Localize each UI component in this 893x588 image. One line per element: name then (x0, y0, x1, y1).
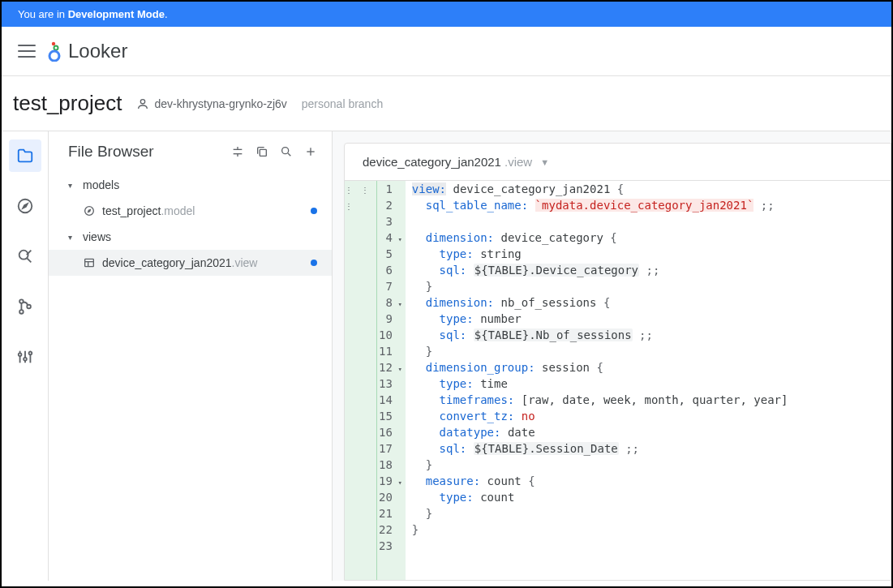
banner-suffix: . (165, 8, 168, 20)
editor-tab[interactable]: device_category_jan2021.view ▼ (345, 144, 891, 181)
editor: device_category_jan2021.view ▼ ⋮ ⋮ ⋮ 123… (344, 143, 891, 581)
chevron-down-icon: ▾ (68, 181, 76, 190)
svg-marker-28 (88, 210, 91, 212)
svg-line-24 (288, 153, 290, 156)
brand-logo[interactable]: Looker (47, 40, 127, 62)
tree-file-model[interactable]: test_project.model (49, 198, 332, 224)
code-area[interactable]: ⋮ ⋮ ⋮ 1234567891011121314151617181920212… (345, 181, 891, 580)
code-lines[interactable]: view: device_category_jan2021 { sql_tabl… (406, 181, 891, 580)
logo-icon (47, 41, 63, 62)
tab-name: device_category_jan2021 (363, 155, 501, 169)
user-icon (136, 97, 149, 110)
rail-compass-icon[interactable] (9, 190, 41, 222)
svg-point-11 (27, 305, 31, 309)
svg-point-1 (54, 46, 58, 50)
tab-ext: .view (504, 155, 532, 169)
chevron-down-icon[interactable]: ▼ (540, 157, 549, 167)
model-file-icon (83, 204, 96, 217)
collapse-icon[interactable] (231, 145, 244, 158)
project-title: test_project (13, 91, 122, 116)
dev-mode-banner: You are in Development Mode. (2, 2, 891, 27)
branch-name: dev-khrystyna-grynko-zj6v (154, 97, 286, 110)
menu-button[interactable] (18, 45, 36, 58)
app-header: Looker (2, 27, 891, 76)
file-browser-panel: File Browser ▾ models test_project.model… (49, 131, 333, 581)
brand-name: Looker (68, 40, 127, 62)
file-name: device_category_jan2021.view (102, 256, 257, 269)
svg-point-17 (28, 352, 32, 355)
main-area: File Browser ▾ models test_project.model… (2, 131, 891, 581)
banner-prefix: You are in (18, 8, 68, 20)
svg-point-9 (19, 299, 24, 303)
svg-point-23 (282, 148, 289, 154)
folder-label: views (83, 230, 111, 243)
svg-point-16 (24, 358, 27, 361)
file-browser-title: File Browser (68, 143, 154, 161)
tree-file-view[interactable]: device_category_jan2021.view (49, 250, 332, 276)
folder-label: models (83, 178, 119, 191)
copy-icon[interactable] (255, 145, 268, 158)
banner-mode: Development Mode (68, 8, 165, 20)
svg-point-15 (18, 353, 21, 356)
line-gutter: 1234567891011121314151617181920212223 (377, 181, 406, 580)
svg-point-3 (141, 99, 145, 103)
modified-dot-icon (311, 260, 317, 266)
change-marker-column: ⋮ ⋮ ⋮ (345, 181, 377, 580)
tree-folder-views[interactable]: ▾ views (49, 224, 332, 250)
editor-wrap: device_category_jan2021.view ▼ ⋮ ⋮ ⋮ 123… (333, 131, 891, 581)
add-icon[interactable] (304, 145, 317, 158)
rail-search-icon[interactable] (9, 240, 41, 273)
svg-point-2 (49, 51, 59, 61)
rail-git-icon[interactable] (9, 290, 41, 323)
svg-rect-22 (260, 149, 266, 156)
project-bar: test_project dev-khrystyna-grynko-zj6v p… (2, 76, 891, 131)
file-browser-header: File Browser (49, 143, 332, 172)
branch-button[interactable]: dev-khrystyna-grynko-zj6v (136, 97, 286, 110)
svg-point-0 (52, 42, 55, 45)
branch-label: personal branch (302, 97, 383, 110)
svg-line-8 (27, 258, 31, 262)
search-icon[interactable] (280, 145, 293, 158)
file-name: test_project.model (102, 204, 195, 217)
left-rail (2, 131, 49, 581)
file-browser-tools (231, 145, 317, 158)
svg-rect-29 (85, 259, 94, 266)
view-file-icon (83, 256, 96, 269)
chevron-down-icon: ▾ (68, 233, 76, 242)
file-tree: ▾ models test_project.model ▾ views devi… (49, 172, 332, 276)
svg-point-10 (19, 310, 24, 314)
tree-folder-models[interactable]: ▾ models (49, 172, 332, 198)
rail-files-icon[interactable] (9, 139, 41, 172)
svg-marker-5 (23, 204, 28, 208)
rail-settings-icon[interactable] (9, 341, 41, 373)
modified-dot-icon (311, 208, 317, 214)
